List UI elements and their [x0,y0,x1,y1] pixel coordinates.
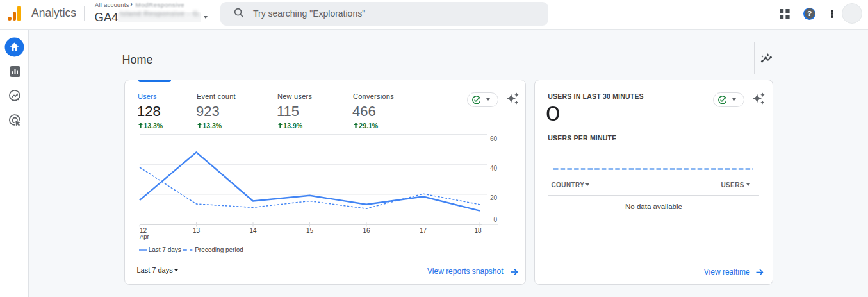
svg-text:14: 14 [249,226,257,233]
svg-text:18: 18 [474,226,482,233]
svg-text:16: 16 [363,226,370,233]
svg-text:Apr: Apr [140,233,149,240]
svg-text:60: 60 [490,135,498,142]
svg-text:40: 40 [490,165,498,172]
svg-text:Preceding period: Preceding period [195,246,243,253]
svg-text:13: 13 [193,226,201,233]
svg-text:0: 0 [493,216,497,223]
svg-text:17: 17 [420,226,427,233]
svg-text:Last 7 days: Last 7 days [149,246,181,253]
svg-text:15: 15 [306,226,314,233]
svg-text:20: 20 [490,194,498,201]
